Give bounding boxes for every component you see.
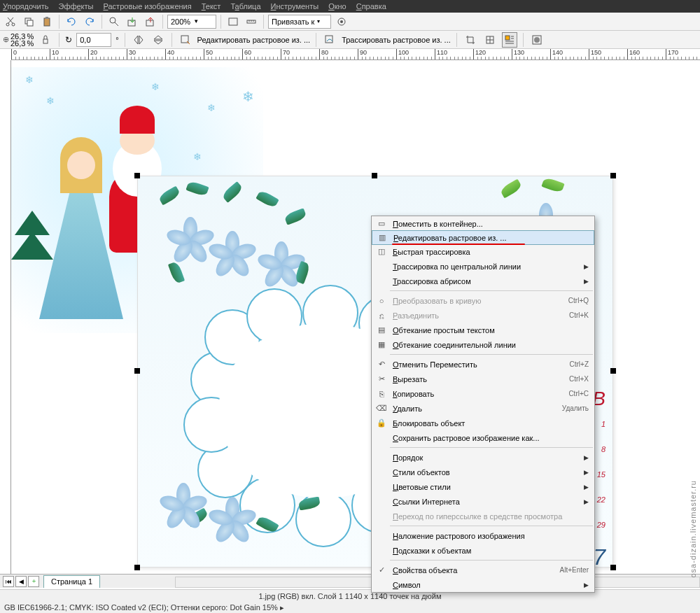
zoom-combo[interactable]: 200%▼ (167, 15, 216, 29)
ctx-быстрая-трассировка[interactable]: ◫Быстрая трассировка (372, 244, 594, 259)
status-bar: 1.jpg (RGB) вкл. Слой 1 1140 x 1140 точе… (0, 589, 700, 602)
ctx-обтекание-простым-текстом[interactable]: ▤Обтекание простым текстом (372, 323, 594, 337)
mirror-h-icon[interactable] (131, 32, 146, 48)
menu-table[interactable]: Таблица (230, 2, 260, 10)
svg-rect-13 (43, 39, 48, 43)
ctx-label: Разъединить (388, 311, 569, 320)
menu-bar: Упорядочить Эффекты Растровые изображени… (0, 0, 700, 13)
copy-icon[interactable] (21, 14, 36, 29)
wrap-text-icon[interactable] (502, 32, 517, 48)
menu-window[interactable]: Окно (328, 2, 346, 10)
ctx-label: Трассировка абрисом (388, 277, 584, 286)
mirror-v-icon[interactable] (150, 32, 166, 48)
crop-icon[interactable] (463, 32, 478, 48)
delete-icon: ⌫ (374, 404, 388, 413)
svg-rect-8 (146, 20, 153, 26)
sel-handle[interactable] (610, 565, 616, 570)
ctx-редактировать-растровое-и[interactable]: ▥Редактировать растровое из. ... (372, 230, 594, 245)
menu-help[interactable]: Справка (356, 2, 386, 10)
watermark: osa-dizain.livemaster.ru (689, 480, 697, 578)
svg-point-6 (110, 17, 115, 23)
ctx-блокировать-объект[interactable]: 🔒Блокировать объект (372, 416, 594, 430)
ctx-label: Цветовые стили (388, 483, 584, 491)
ctx-стили-объектов[interactable]: Стили объектов▶ (372, 465, 594, 479)
paste-icon[interactable] (39, 14, 55, 29)
sel-handle[interactable] (610, 368, 616, 374)
obj-y[interactable]: 26,3 (10, 40, 25, 47)
vertical-ruler[interactable] (0, 60, 11, 586)
import-icon[interactable] (125, 14, 140, 29)
canvas[interactable]: ❄ ❄ ❄ ❄ ❄ ❄ (11, 60, 700, 586)
sel-handle[interactable] (610, 173, 616, 178)
ctx-наложение-растрового-изоб[interactable]: Наложение растрового изображения (372, 528, 594, 543)
sel-handle[interactable] (134, 173, 140, 178)
ctx-label: Быстрая трассировка (388, 248, 589, 256)
trace-bitmap-icon[interactable] (322, 32, 337, 48)
obj-x[interactable]: 26,3 (10, 33, 25, 40)
ctx-подсказки-к-объектам[interactable]: Подсказки к объектам (372, 543, 594, 558)
ctx-label: Обтекание простым текстом (388, 326, 589, 334)
snap-combo[interactable]: Привязать к▾ (268, 15, 331, 29)
menu-effects[interactable]: Эффекты (58, 2, 93, 10)
export-icon[interactable] (143, 14, 158, 29)
fullscreen-icon[interactable] (225, 14, 241, 29)
page-first-button[interactable]: ⏮ (3, 576, 14, 587)
ctx-ссылки-интернета[interactable]: Ссылки Интернета▶ (372, 494, 594, 509)
ctx-отменить-переместить[interactable]: ↶Отменить ПереместитьCtrl+Z (372, 357, 594, 372)
resample-icon[interactable] (482, 32, 498, 48)
bitmap-mask-icon[interactable] (529, 32, 545, 48)
menu-text[interactable]: Текст (202, 2, 221, 10)
ctx-цветовые-стили[interactable]: Цветовые стили▶ (372, 479, 594, 494)
sel-handle[interactable] (372, 173, 377, 178)
ctx-порядок[interactable]: Порядок▶ (372, 450, 594, 465)
standard-toolbar: 200%▼ Привязать к▾ (0, 13, 700, 31)
quick-trace-icon: ◫ (374, 247, 388, 256)
ctx-сохранить-растровое-изобр[interactable]: Сохранить растровое изображение как... (372, 430, 594, 445)
ctx-label: Удалить (388, 404, 562, 413)
cut-icon[interactable] (3, 14, 18, 29)
page-prev-button[interactable]: ◀ (15, 576, 27, 587)
svg-rect-5 (46, 17, 48, 19)
page-tab-1[interactable]: Страница 1 (43, 575, 100, 588)
container-icon: ▭ (374, 219, 388, 228)
edit-bitmap-icon[interactable] (178, 32, 193, 48)
rotation-input[interactable]: 0,0 (76, 33, 111, 47)
menu-tools[interactable]: Инструменты (271, 2, 319, 10)
property-bar: ⊕ 26,326,3 %% ↻ 0,0 ° Редактировать раст… (0, 31, 700, 49)
snap-label: Привязать к (272, 17, 314, 26)
context-menu: ▭Поместить в контейнер...▥Редактировать … (371, 216, 595, 593)
ctx-поместить-в-контейнер-[interactable]: ▭Поместить в контейнер... (372, 216, 594, 231)
edit-bitmap-label[interactable]: Редактировать растровое из. ... (197, 36, 311, 44)
horizontal-ruler[interactable]: 0102030405060708090100110120130140150160… (11, 49, 700, 60)
ctx-label: Наложение растрового изображения (388, 532, 589, 540)
ctx-копировать[interactable]: ⎘КопироватьCtrl+C (372, 386, 594, 401)
check-icon: ✓ (374, 565, 388, 575)
redo-icon[interactable] (82, 14, 97, 29)
status-bar-2: GB IEC61966-2.1; CMYK: ISO Coated v2 (EC… (0, 602, 700, 613)
ctx-свойства-объекта[interactable]: ✓Свойства объектаAlt+Enter (372, 563, 594, 577)
rulers-icon[interactable] (244, 14, 259, 29)
sel-handle[interactable] (134, 368, 140, 374)
ctx-удалить[interactable]: ⌫УдалитьУдалить (372, 401, 594, 416)
ctx-label: Символ (388, 581, 584, 589)
ctx-символ[interactable]: Символ▶ (372, 577, 594, 592)
page-add-button[interactable]: ＋ (28, 576, 39, 587)
zoom-value: 200% (171, 17, 190, 26)
menu-arrange[interactable]: Упорядочить (3, 2, 48, 10)
undo-icon[interactable] (64, 14, 79, 29)
ctx-label: Блокировать объект (388, 419, 589, 428)
trace-bitmap-label[interactable]: Трассировать растровое из. ... (342, 36, 451, 44)
ctx-трассировка-по-центрально[interactable]: Трассировка по центральной линии▶ (372, 259, 594, 274)
menu-bitmaps[interactable]: Растровые изображения (104, 2, 192, 10)
search-icon[interactable] (106, 14, 122, 29)
lock-ratio-icon[interactable] (38, 32, 53, 48)
svg-point-19 (534, 37, 540, 43)
options-icon[interactable] (334, 14, 349, 29)
svg-point-1 (12, 23, 15, 26)
ctx-трассировка-абрисом[interactable]: Трассировка абрисом▶ (372, 274, 594, 288)
ctx-обтекание-соединительной-[interactable]: ▦Обтекание соединительной линии (372, 337, 594, 352)
sel-handle[interactable] (134, 565, 140, 570)
ctx-label: Сохранить растровое изображение как... (388, 434, 589, 442)
svg-rect-4 (44, 18, 50, 26)
ctx-вырезать[interactable]: ✂ВырезатьCtrl+X (372, 372, 594, 386)
